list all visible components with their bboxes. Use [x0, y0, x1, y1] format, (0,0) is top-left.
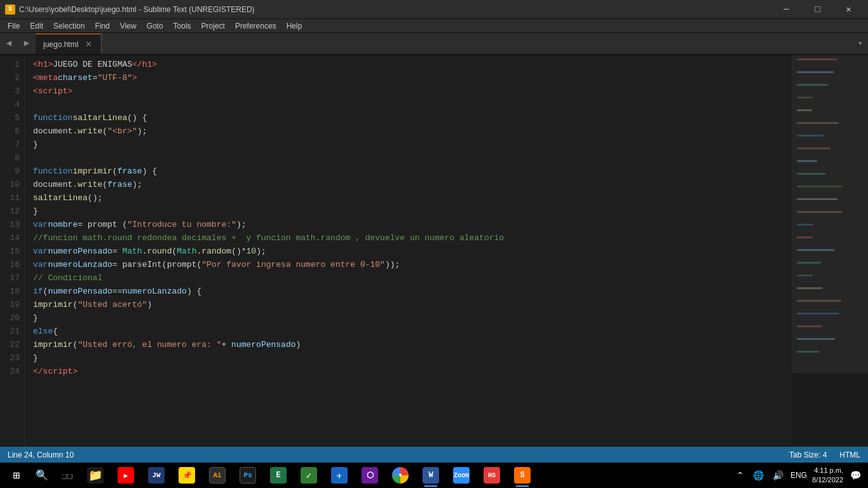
line-number-20: 20	[3, 311, 20, 325]
line-number-6: 6	[3, 125, 20, 138]
code-line-16: var numeroLanzado= parseInt(prompt("Por …	[33, 258, 792, 271]
taskbar-app-zoom[interactable]: Zoom	[447, 463, 475, 488]
line-number-8: 8	[3, 151, 20, 165]
code-line-18: if (numeroPensado==numeroLanzado) {	[33, 285, 792, 298]
line-number-2: 2	[3, 71, 20, 85]
line-number-3: 3	[3, 85, 20, 98]
taskbar-app-youtube[interactable]: ▶	[112, 463, 140, 488]
clock[interactable]: 4:11 p.m. 8/12/2022	[812, 466, 843, 485]
line-number-19: 19	[3, 298, 20, 311]
date: 8/12/2022	[812, 475, 843, 485]
taskbar-app-app1[interactable]: ✓	[295, 463, 323, 488]
line-number-4: 4	[3, 98, 20, 111]
start-button[interactable]: ⊞	[5, 464, 28, 487]
titlebar-title: C:\Users\yobel\Desktop\juego.html - Subl…	[19, 5, 255, 14]
statusbar-right: Tab Size: 4 HTML	[789, 451, 860, 459]
line-number-21: 21	[3, 325, 20, 338]
menu-item-help[interactable]: Help	[281, 20, 308, 32]
line-number-13: 13	[3, 218, 20, 231]
menu-item-goto[interactable]: Goto	[142, 20, 168, 32]
menu-item-file[interactable]: File	[3, 20, 25, 32]
line-number-10: 10	[3, 178, 20, 191]
line-number-23: 23	[3, 351, 20, 365]
line-number-15: 15	[3, 245, 20, 258]
taskbar-app-file-explorer[interactable]: 📁	[81, 463, 109, 488]
menu-item-edit[interactable]: Edit	[25, 20, 48, 32]
tab-close-button[interactable]: ✕	[83, 39, 93, 50]
taskbar-app-chrome[interactable]: ●	[386, 463, 414, 488]
speaker-icon[interactable]: 🔊	[771, 470, 785, 480]
tab-juego-html[interactable]: juego.html ✕	[36, 34, 102, 54]
notification-icon[interactable]: 💬	[848, 470, 863, 480]
code-line-10: document.write(frase);	[33, 178, 792, 191]
close-button[interactable]: ✕	[834, 0, 863, 19]
titlebar: S C:\Users\yobel\Desktop\juego.html - Su…	[0, 0, 868, 19]
code-line-6: document.write("<br>");	[33, 125, 792, 138]
taskbar-app-jwplayer[interactable]: JW	[142, 463, 170, 488]
network-icon[interactable]: 🌐	[751, 470, 766, 480]
taskbar-right: ⌃ 🌐 🔊 ENG 4:11 p.m. 8/12/2022 💬	[735, 466, 863, 485]
taskbar: ⊞ 🔍 ❑❑ 📁 ▶ JW 📌 Ai Ps E ✓ ✈	[0, 463, 868, 488]
line-number-22: 22	[3, 338, 20, 351]
search-button[interactable]: 🔍	[31, 464, 53, 487]
line-number-14: 14	[3, 231, 20, 245]
menu-item-find[interactable]: Find	[90, 20, 114, 32]
tab-dropdown[interactable]: ▾	[853, 32, 868, 54]
code-line-11: saltarLinea();	[33, 191, 792, 205]
tab-label: juego.html	[43, 40, 78, 49]
menu-item-view[interactable]: View	[115, 20, 142, 32]
maximize-button[interactable]: □	[803, 0, 832, 19]
menu-item-selection[interactable]: Selection	[48, 20, 90, 32]
code-line-9: function imprimir(frase) {	[33, 165, 792, 178]
code-line-3: <script>	[33, 85, 792, 98]
minimize-button[interactable]: ─	[772, 0, 801, 19]
line-number-12: 12	[3, 205, 20, 218]
taskbar-app-greenapp[interactable]: E	[264, 463, 292, 488]
taskbar-app-word[interactable]: W	[417, 463, 445, 488]
statusbar: Line 24, Column 10 Tab Size: 4 HTML	[0, 447, 868, 463]
taskbar-app-photoshop[interactable]: Ps	[234, 463, 262, 488]
code-line-14: //funcion math.round redondea decimales …	[33, 231, 792, 245]
line-number-1: 1	[3, 58, 20, 71]
code-content[interactable]: <h1>JUEGO DE ENIGMAS</h1><meta charset="…	[25, 55, 792, 447]
line-number-16: 16	[3, 258, 20, 271]
tab-nav-right[interactable]: ▶	[18, 32, 36, 54]
code-line-20: }	[33, 311, 792, 325]
code-line-24: </script>	[33, 365, 792, 378]
code-line-23: }	[33, 351, 792, 365]
code-line-19: imprimir("Usted acertó")	[33, 298, 792, 311]
line-number-18: 18	[3, 285, 20, 298]
chevron-icon[interactable]: ⌃	[735, 470, 746, 480]
menu-item-project[interactable]: Project	[196, 20, 230, 32]
minimap	[792, 55, 868, 447]
line-number-17: 17	[3, 271, 20, 285]
taskbar-app-app3[interactable]: ⬡	[356, 463, 384, 488]
time: 4:11 p.m.	[812, 466, 843, 475]
tab-nav-left[interactable]: ◀	[0, 32, 18, 54]
taskbar-app-sublime[interactable]: S	[508, 463, 536, 488]
language-indicator[interactable]: ENG	[790, 471, 807, 480]
code-line-7: }	[33, 138, 792, 151]
menu-item-tools[interactable]: Tools	[168, 20, 196, 32]
taskview-button[interactable]: ❑❑	[56, 464, 79, 487]
code-line-2: <meta charset="UTF-8">	[33, 71, 792, 85]
code-line-1: <h1>JUEGO DE ENIGMAS</h1>	[33, 58, 792, 71]
line-number-24: 24	[3, 365, 20, 378]
code-line-8	[33, 151, 792, 165]
taskbar-left: ⊞ 🔍 ❑❑ 📁 ▶ JW 📌 Ai Ps E ✓ ✈	[5, 463, 536, 488]
taskbar-app-hs[interactable]: HS	[478, 463, 506, 488]
menu-item-preferences[interactable]: Preferences	[230, 20, 281, 32]
line-number-9: 9	[3, 165, 20, 178]
code-line-5: function saltarLinea() {	[33, 111, 792, 125]
code-line-22: imprimir("Usted erró, el numero era: " +…	[33, 338, 792, 351]
line-numbers: 123456789101112131415161718192021222324	[0, 55, 25, 447]
titlebar-left: S C:\Users\yobel\Desktop\juego.html - Su…	[5, 4, 255, 15]
code-line-4	[33, 98, 792, 111]
taskbar-app-app2[interactable]: ✈	[325, 463, 353, 488]
code-line-13: var nombre= prompt ("Introduce tu nombre…	[33, 218, 792, 231]
titlebar-controls: ─ □ ✕	[772, 0, 863, 19]
line-number-5: 5	[3, 111, 20, 125]
taskbar-app-sticky[interactable]: 📌	[173, 463, 201, 488]
taskbar-app-illustrator[interactable]: Ai	[203, 463, 231, 488]
code-line-15: var numeroPensado= Math.round (Math.rand…	[33, 245, 792, 258]
